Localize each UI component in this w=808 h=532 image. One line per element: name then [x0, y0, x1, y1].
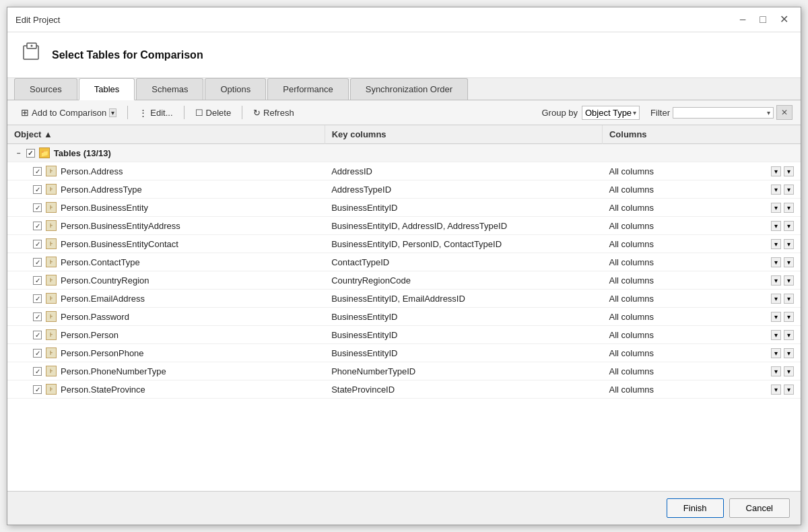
objects-table: Object ▲ Key columns Columns [7, 125, 801, 399]
table-icon: ⊦ [46, 220, 57, 231]
separator-2 [184, 106, 184, 119]
tab-performance[interactable]: Performance [267, 78, 348, 100]
columns-expand-arrow-12[interactable]: ▾ [784, 385, 794, 395]
columns-expand-arrow-7[interactable]: ▾ [784, 294, 794, 304]
columns-expand-arrow-6[interactable]: ▾ [784, 275, 794, 286]
close-button[interactable]: ✕ [776, 13, 793, 26]
table-icon: ⊦ [46, 238, 57, 249]
columns-dropdown-arrow-9[interactable]: ▾ [771, 330, 781, 340]
columns-dropdown-arrow-12[interactable]: ▾ [771, 385, 781, 395]
folder-icon: 📁 [39, 147, 50, 158]
columns-expand-arrow-9[interactable]: ▾ [784, 330, 794, 340]
columns-expand-arrow-2[interactable]: ▾ [784, 203, 794, 213]
table-icon: ⊦ [46, 311, 57, 322]
edit-project-dialog: Edit Project ‒ □ ✕ Select Tables for Com… [7, 7, 801, 525]
filter-arrow: ▾ [767, 109, 770, 117]
table-row: ⊦ Person.PersonPhone BusinessEntityID Al… [7, 344, 801, 362]
table-icon: ⊦ [46, 166, 57, 176]
table-icon: ⊦ [46, 347, 57, 358]
row-checkbox-12[interactable] [33, 385, 42, 394]
dialog-title: Edit Project [15, 15, 60, 25]
table-icon: ⊦ [46, 184, 57, 195]
column-header-key: Key columns [325, 125, 602, 144]
columns-dropdown-arrow-5[interactable]: ▾ [771, 257, 781, 267]
columns-dropdown-arrow-4[interactable]: ▾ [771, 239, 781, 249]
table-row: ⊦ Person.Address AddressID All columns ▾… [7, 162, 801, 180]
project-icon [21, 42, 42, 68]
separator-1 [127, 106, 128, 119]
table-container[interactable]: Object ▲ Key columns Columns [7, 125, 801, 491]
group-checkbox[interactable] [26, 149, 35, 158]
table-row: ⊦ Person.AddressType AddressTypeID All c… [7, 180, 801, 199]
maximize-button[interactable]: □ [755, 13, 770, 26]
column-header-object: Object ▲ [7, 125, 325, 144]
row-checkbox-2[interactable] [33, 203, 42, 212]
row-checkbox-1[interactable] [33, 185, 42, 194]
footer: Finish Cancel [7, 491, 801, 525]
row-checkbox-11[interactable] [33, 367, 42, 376]
toolbar: ⊞ Add to Comparison ▾ ⋮ Edit... ☐ Delete… [7, 100, 801, 125]
columns-dropdown-arrow-1[interactable]: ▾ [771, 185, 781, 195]
tab-synchronization-order[interactable]: Synchronization Order [350, 78, 468, 100]
columns-expand-arrow-0[interactable]: ▾ [784, 166, 794, 176]
filter-input[interactable]: ▾ [673, 107, 774, 119]
delete-button[interactable]: ☐ Delete [190, 105, 237, 121]
columns-dropdown-arrow-3[interactable]: ▾ [771, 221, 781, 231]
row-checkbox-6[interactable] [33, 276, 42, 285]
table-icon: ⊦ [46, 257, 57, 267]
table-row: ⊦ Person.EmailAddress BusinessEntityID, … [7, 290, 801, 308]
tab-options[interactable]: Options [205, 78, 266, 100]
row-checkbox-5[interactable] [33, 258, 42, 267]
tab-tables[interactable]: Tables [79, 78, 135, 100]
columns-expand-arrow-10[interactable]: ▾ [784, 348, 794, 358]
row-checkbox-7[interactable] [33, 294, 42, 303]
columns-expand-arrow-8[interactable]: ▾ [784, 312, 794, 322]
row-checkbox-9[interactable] [33, 331, 42, 339]
header-section: Select Tables for Comparison [7, 32, 801, 78]
columns-dropdown-arrow-7[interactable]: ▾ [771, 294, 781, 304]
columns-expand-arrow-5[interactable]: ▾ [784, 257, 794, 267]
column-header-columns: Columns [602, 125, 801, 144]
table-icon: ⊦ [46, 202, 57, 213]
columns-dropdown-arrow-2[interactable]: ▾ [771, 203, 781, 213]
title-bar: Edit Project ‒ □ ✕ [7, 7, 801, 32]
refresh-button[interactable]: ↻ Refresh [248, 105, 300, 121]
delete-icon: ☐ [195, 108, 203, 118]
row-checkbox-8[interactable] [33, 312, 42, 321]
columns-dropdown-arrow-0[interactable]: ▾ [771, 166, 781, 176]
columns-dropdown-arrow-6[interactable]: ▾ [771, 275, 781, 286]
table-row: ⊦ Person.Password BusinessEntityID All c… [7, 308, 801, 326]
tab-schemas[interactable]: Schemas [136, 78, 203, 100]
table-icon: ⊦ [46, 275, 57, 286]
table-row: ⊦ Person.CountryRegion CountryRegionCode… [7, 271, 801, 290]
main-content: Object ▲ Key columns Columns [7, 125, 801, 491]
cancel-button[interactable]: Cancel [729, 498, 790, 518]
row-checkbox-10[interactable] [33, 349, 42, 358]
add-to-comparison-button[interactable]: ⊞ Add to Comparison ▾ [15, 104, 122, 121]
row-checkbox-4[interactable] [33, 240, 42, 248]
add-dropdown-arrow[interactable]: ▾ [109, 108, 116, 117]
add-icon: ⊞ [21, 107, 29, 118]
table-icon: ⊦ [46, 384, 57, 395]
finish-button[interactable]: Finish [667, 498, 724, 518]
tab-sources[interactable]: Sources [14, 78, 77, 100]
table-header-row: Object ▲ Key columns Columns [7, 125, 801, 144]
columns-dropdown-arrow-8[interactable]: ▾ [771, 312, 781, 322]
columns-expand-arrow-1[interactable]: ▾ [784, 185, 794, 195]
group-collapse-button[interactable]: − [17, 149, 21, 157]
group-by-select[interactable]: Object Type ▾ [582, 106, 640, 120]
minimize-button[interactable]: ‒ [735, 13, 750, 26]
columns-expand-arrow-4[interactable]: ▾ [784, 239, 794, 249]
table-row: ⊦ Person.ContactType ContactTypeID All c… [7, 253, 801, 271]
columns-dropdown-arrow-10[interactable]: ▾ [771, 348, 781, 358]
filter-clear-button[interactable]: ✕ [776, 105, 793, 120]
row-checkbox-3[interactable] [33, 222, 42, 230]
header-title: Select Tables for Comparison [52, 49, 203, 61]
filter-label: Filter [650, 108, 670, 118]
row-checkbox-0[interactable] [33, 167, 42, 176]
columns-expand-arrow-3[interactable]: ▾ [784, 221, 794, 231]
columns-dropdown-arrow-11[interactable]: ▾ [771, 366, 781, 376]
table-row: ⊦ Person.BusinessEntityAddress BusinessE… [7, 217, 801, 235]
edit-button[interactable]: ⋮ Edit... [133, 105, 178, 121]
columns-expand-arrow-11[interactable]: ▾ [784, 366, 794, 376]
